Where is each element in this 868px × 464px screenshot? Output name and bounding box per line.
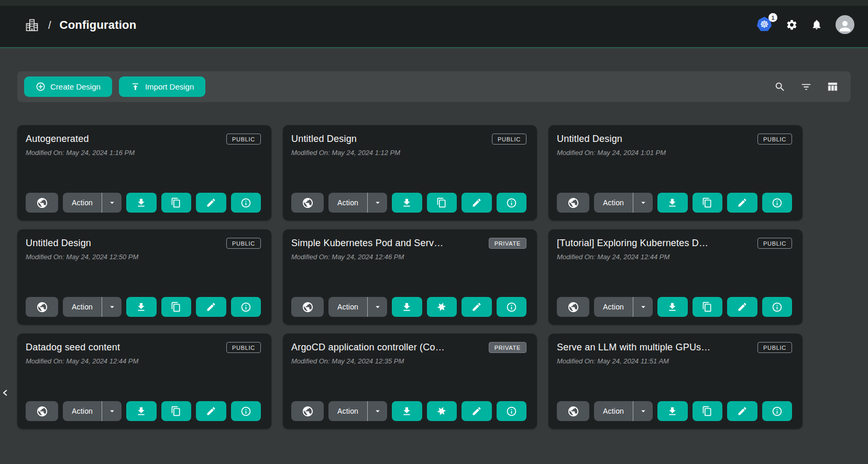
action-button[interactable]: Action	[594, 297, 633, 317]
edit-button[interactable]	[196, 297, 226, 317]
download-icon	[136, 302, 147, 313]
search-icon[interactable]	[774, 81, 786, 93]
action-dropdown-toggle[interactable]	[368, 193, 387, 213]
visibility-badge: PRIVATE	[489, 238, 526, 249]
info-button[interactable]	[762, 193, 792, 213]
import-design-button[interactable]: Import Design	[119, 76, 205, 97]
settings-gear-icon[interactable]	[785, 18, 798, 31]
pencil-icon	[737, 406, 748, 416]
action-dropdown-toggle[interactable]	[102, 401, 122, 421]
action-button[interactable]: Action	[63, 401, 102, 421]
pencil-icon	[471, 302, 482, 312]
action-button[interactable]: Action	[63, 297, 102, 317]
globe-icon	[302, 197, 314, 209]
info-button[interactable]	[762, 401, 792, 421]
download-button[interactable]	[392, 193, 422, 213]
action-dropdown-toggle[interactable]	[633, 401, 653, 421]
visibility-badge: PUBLIC	[226, 134, 261, 145]
visibility-globe-button[interactable]	[557, 401, 589, 421]
sidebar-collapse-chevron-icon[interactable]	[1, 385, 11, 400]
info-button[interactable]	[497, 297, 526, 317]
kubernetes-context-button[interactable]: ☸ 1	[757, 17, 773, 32]
info-icon	[772, 197, 783, 208]
caret-down-icon	[107, 302, 117, 312]
organization-building-icon[interactable]	[24, 17, 40, 33]
download-icon	[667, 302, 678, 313]
info-button[interactable]	[497, 193, 526, 213]
clone-button[interactable]	[427, 193, 457, 213]
info-button[interactable]	[497, 401, 526, 421]
edit-button[interactable]	[196, 193, 226, 213]
download-button[interactable]	[657, 297, 687, 317]
caret-down-icon	[373, 302, 382, 312]
caret-down-icon	[639, 198, 648, 207]
action-dropdown-toggle[interactable]	[633, 297, 653, 317]
action-dropdown-toggle[interactable]	[368, 401, 387, 421]
clone-button[interactable]	[693, 297, 722, 317]
plus-circle-icon	[36, 82, 46, 92]
edit-button[interactable]	[462, 193, 491, 213]
download-button[interactable]	[392, 297, 422, 317]
copy-icon	[171, 197, 181, 208]
table-view-icon[interactable]	[826, 81, 839, 93]
info-button[interactable]	[231, 401, 261, 421]
edit-button[interactable]	[727, 193, 757, 213]
edit-button[interactable]	[196, 401, 226, 421]
clone-button[interactable]	[693, 193, 722, 213]
info-icon	[506, 197, 517, 208]
action-split-button: Action	[63, 193, 122, 213]
visibility-badge: PUBLIC	[757, 238, 792, 249]
visibility-globe-button[interactable]	[291, 297, 324, 317]
info-icon	[506, 302, 517, 313]
action-dropdown-toggle[interactable]	[102, 193, 122, 213]
action-button[interactable]: Action	[328, 297, 367, 317]
visibility-globe-button[interactable]	[26, 193, 58, 213]
action-button[interactable]: Action	[594, 401, 633, 421]
design-card: Untitled Design PUBLIC Modified On: May …	[283, 125, 537, 220]
filter-icon[interactable]	[800, 81, 812, 93]
action-dropdown-toggle[interactable]	[633, 193, 653, 213]
clone-button[interactable]	[693, 401, 722, 421]
action-dropdown-toggle[interactable]	[102, 297, 122, 317]
globe-icon	[302, 405, 314, 417]
visibility-globe-button[interactable]	[26, 401, 58, 421]
visibility-badge: PUBLIC	[757, 134, 792, 145]
create-design-button[interactable]: Create Design	[24, 76, 112, 97]
download-button[interactable]	[126, 401, 156, 421]
user-avatar[interactable]	[836, 15, 854, 34]
visibility-globe-button[interactable]	[557, 297, 589, 317]
design-swirl-button[interactable]	[427, 297, 457, 317]
swirl-icon	[435, 405, 448, 417]
caret-down-icon	[639, 406, 648, 416]
clone-button[interactable]	[161, 297, 191, 317]
action-button[interactable]: Action	[63, 193, 102, 213]
modified-on-text: Modified On: May 24, 2024 12:46 PM	[291, 253, 526, 261]
design-swirl-button[interactable]	[427, 401, 457, 421]
info-button[interactable]	[762, 297, 792, 317]
notifications-bell-icon[interactable]	[810, 18, 823, 31]
edit-button[interactable]	[727, 401, 757, 421]
action-dropdown-toggle[interactable]	[368, 297, 387, 317]
clone-button[interactable]	[161, 401, 191, 421]
visibility-globe-button[interactable]	[557, 193, 589, 213]
visibility-globe-button[interactable]	[291, 193, 324, 213]
download-button[interactable]	[657, 401, 687, 421]
edit-button[interactable]	[462, 297, 491, 317]
action-split-button: Action	[594, 401, 653, 421]
visibility-globe-button[interactable]	[26, 297, 58, 317]
info-button[interactable]	[231, 297, 261, 317]
clone-button[interactable]	[161, 193, 191, 213]
action-button[interactable]: Action	[594, 193, 633, 213]
download-button[interactable]	[657, 193, 687, 213]
page-title: Configuration	[60, 18, 137, 32]
action-button[interactable]: Action	[328, 193, 367, 213]
download-button[interactable]	[126, 193, 156, 213]
download-button[interactable]	[392, 401, 422, 421]
edit-button[interactable]	[727, 297, 757, 317]
visibility-globe-button[interactable]	[291, 401, 324, 421]
download-button[interactable]	[126, 297, 156, 317]
info-icon	[772, 302, 783, 313]
action-button[interactable]: Action	[328, 401, 367, 421]
info-button[interactable]	[231, 193, 261, 213]
edit-button[interactable]	[462, 401, 491, 421]
